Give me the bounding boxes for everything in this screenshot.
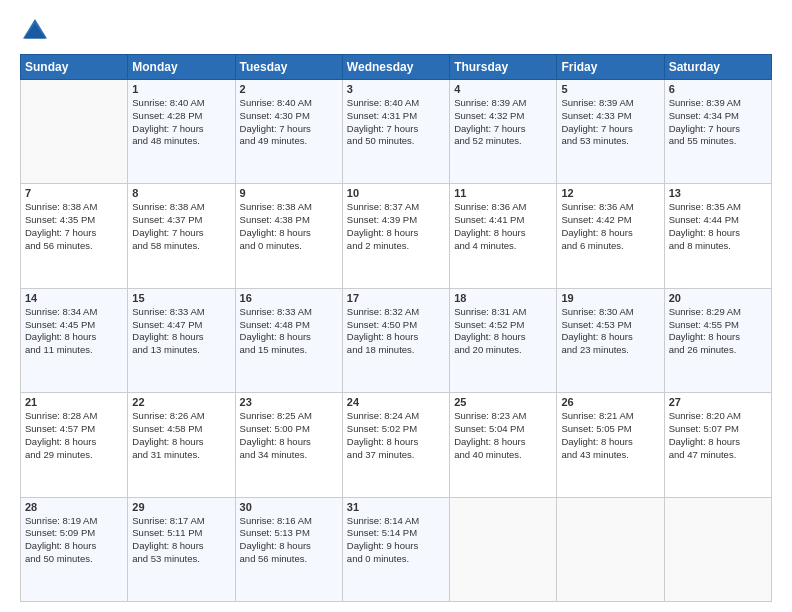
day-number: 6 xyxy=(669,83,767,95)
calendar-day-header: Sunday xyxy=(21,55,128,80)
calendar-cell xyxy=(664,497,771,601)
day-info: Sunrise: 8:36 AM Sunset: 4:41 PM Dayligh… xyxy=(454,201,552,252)
day-number: 23 xyxy=(240,396,338,408)
day-info: Sunrise: 8:38 AM Sunset: 4:37 PM Dayligh… xyxy=(132,201,230,252)
calendar-cell: 6Sunrise: 8:39 AM Sunset: 4:34 PM Daylig… xyxy=(664,80,771,184)
calendar-cell: 15Sunrise: 8:33 AM Sunset: 4:47 PM Dayli… xyxy=(128,288,235,392)
day-info: Sunrise: 8:40 AM Sunset: 4:30 PM Dayligh… xyxy=(240,97,338,148)
calendar-cell: 2Sunrise: 8:40 AM Sunset: 4:30 PM Daylig… xyxy=(235,80,342,184)
calendar-cell: 19Sunrise: 8:30 AM Sunset: 4:53 PM Dayli… xyxy=(557,288,664,392)
day-number: 22 xyxy=(132,396,230,408)
day-info: Sunrise: 8:31 AM Sunset: 4:52 PM Dayligh… xyxy=(454,306,552,357)
calendar-cell: 26Sunrise: 8:21 AM Sunset: 5:05 PM Dayli… xyxy=(557,393,664,497)
calendar-cell: 5Sunrise: 8:39 AM Sunset: 4:33 PM Daylig… xyxy=(557,80,664,184)
day-info: Sunrise: 8:19 AM Sunset: 5:09 PM Dayligh… xyxy=(25,515,123,566)
day-number: 30 xyxy=(240,501,338,513)
day-info: Sunrise: 8:16 AM Sunset: 5:13 PM Dayligh… xyxy=(240,515,338,566)
day-info: Sunrise: 8:30 AM Sunset: 4:53 PM Dayligh… xyxy=(561,306,659,357)
calendar-table: SundayMondayTuesdayWednesdayThursdayFrid… xyxy=(20,54,772,602)
calendar-cell: 20Sunrise: 8:29 AM Sunset: 4:55 PM Dayli… xyxy=(664,288,771,392)
calendar-cell: 22Sunrise: 8:26 AM Sunset: 4:58 PM Dayli… xyxy=(128,393,235,497)
day-info: Sunrise: 8:39 AM Sunset: 4:33 PM Dayligh… xyxy=(561,97,659,148)
day-number: 25 xyxy=(454,396,552,408)
day-number: 3 xyxy=(347,83,445,95)
calendar-cell: 4Sunrise: 8:39 AM Sunset: 4:32 PM Daylig… xyxy=(450,80,557,184)
calendar-week-row: 1Sunrise: 8:40 AM Sunset: 4:28 PM Daylig… xyxy=(21,80,772,184)
calendar-cell: 28Sunrise: 8:19 AM Sunset: 5:09 PM Dayli… xyxy=(21,497,128,601)
day-number: 13 xyxy=(669,187,767,199)
calendar-cell: 1Sunrise: 8:40 AM Sunset: 4:28 PM Daylig… xyxy=(128,80,235,184)
calendar-cell: 10Sunrise: 8:37 AM Sunset: 4:39 PM Dayli… xyxy=(342,184,449,288)
calendar-cell: 30Sunrise: 8:16 AM Sunset: 5:13 PM Dayli… xyxy=(235,497,342,601)
calendar-cell: 13Sunrise: 8:35 AM Sunset: 4:44 PM Dayli… xyxy=(664,184,771,288)
day-number: 12 xyxy=(561,187,659,199)
calendar-cell: 14Sunrise: 8:34 AM Sunset: 4:45 PM Dayli… xyxy=(21,288,128,392)
calendar-cell: 27Sunrise: 8:20 AM Sunset: 5:07 PM Dayli… xyxy=(664,393,771,497)
day-info: Sunrise: 8:20 AM Sunset: 5:07 PM Dayligh… xyxy=(669,410,767,461)
calendar-day-header: Monday xyxy=(128,55,235,80)
day-info: Sunrise: 8:26 AM Sunset: 4:58 PM Dayligh… xyxy=(132,410,230,461)
day-info: Sunrise: 8:38 AM Sunset: 4:38 PM Dayligh… xyxy=(240,201,338,252)
calendar-cell xyxy=(450,497,557,601)
calendar-cell: 8Sunrise: 8:38 AM Sunset: 4:37 PM Daylig… xyxy=(128,184,235,288)
day-info: Sunrise: 8:40 AM Sunset: 4:31 PM Dayligh… xyxy=(347,97,445,148)
day-info: Sunrise: 8:33 AM Sunset: 4:47 PM Dayligh… xyxy=(132,306,230,357)
day-number: 19 xyxy=(561,292,659,304)
day-info: Sunrise: 8:35 AM Sunset: 4:44 PM Dayligh… xyxy=(669,201,767,252)
calendar-day-header: Saturday xyxy=(664,55,771,80)
day-info: Sunrise: 8:17 AM Sunset: 5:11 PM Dayligh… xyxy=(132,515,230,566)
calendar-cell: 21Sunrise: 8:28 AM Sunset: 4:57 PM Dayli… xyxy=(21,393,128,497)
day-info: Sunrise: 8:40 AM Sunset: 4:28 PM Dayligh… xyxy=(132,97,230,148)
day-number: 31 xyxy=(347,501,445,513)
calendar-cell: 17Sunrise: 8:32 AM Sunset: 4:50 PM Dayli… xyxy=(342,288,449,392)
day-number: 21 xyxy=(25,396,123,408)
calendar-cell: 18Sunrise: 8:31 AM Sunset: 4:52 PM Dayli… xyxy=(450,288,557,392)
day-info: Sunrise: 8:39 AM Sunset: 4:34 PM Dayligh… xyxy=(669,97,767,148)
day-number: 24 xyxy=(347,396,445,408)
day-number: 5 xyxy=(561,83,659,95)
calendar-week-row: 7Sunrise: 8:38 AM Sunset: 4:35 PM Daylig… xyxy=(21,184,772,288)
calendar-cell: 29Sunrise: 8:17 AM Sunset: 5:11 PM Dayli… xyxy=(128,497,235,601)
day-info: Sunrise: 8:21 AM Sunset: 5:05 PM Dayligh… xyxy=(561,410,659,461)
logo-icon xyxy=(20,16,50,46)
day-number: 16 xyxy=(240,292,338,304)
day-number: 7 xyxy=(25,187,123,199)
day-info: Sunrise: 8:14 AM Sunset: 5:14 PM Dayligh… xyxy=(347,515,445,566)
day-info: Sunrise: 8:33 AM Sunset: 4:48 PM Dayligh… xyxy=(240,306,338,357)
calendar-cell: 24Sunrise: 8:24 AM Sunset: 5:02 PM Dayli… xyxy=(342,393,449,497)
day-info: Sunrise: 8:29 AM Sunset: 4:55 PM Dayligh… xyxy=(669,306,767,357)
day-number: 18 xyxy=(454,292,552,304)
day-info: Sunrise: 8:34 AM Sunset: 4:45 PM Dayligh… xyxy=(25,306,123,357)
day-number: 14 xyxy=(25,292,123,304)
day-number: 26 xyxy=(561,396,659,408)
day-info: Sunrise: 8:24 AM Sunset: 5:02 PM Dayligh… xyxy=(347,410,445,461)
logo xyxy=(20,16,54,46)
day-number: 8 xyxy=(132,187,230,199)
day-info: Sunrise: 8:25 AM Sunset: 5:00 PM Dayligh… xyxy=(240,410,338,461)
day-number: 28 xyxy=(25,501,123,513)
calendar-cell: 31Sunrise: 8:14 AM Sunset: 5:14 PM Dayli… xyxy=(342,497,449,601)
calendar-day-header: Friday xyxy=(557,55,664,80)
day-number: 27 xyxy=(669,396,767,408)
calendar-cell: 9Sunrise: 8:38 AM Sunset: 4:38 PM Daylig… xyxy=(235,184,342,288)
calendar-day-header: Wednesday xyxy=(342,55,449,80)
calendar-header-row: SundayMondayTuesdayWednesdayThursdayFrid… xyxy=(21,55,772,80)
calendar-week-row: 28Sunrise: 8:19 AM Sunset: 5:09 PM Dayli… xyxy=(21,497,772,601)
day-number: 29 xyxy=(132,501,230,513)
day-number: 11 xyxy=(454,187,552,199)
day-info: Sunrise: 8:38 AM Sunset: 4:35 PM Dayligh… xyxy=(25,201,123,252)
day-number: 10 xyxy=(347,187,445,199)
header xyxy=(20,16,772,46)
calendar-day-header: Tuesday xyxy=(235,55,342,80)
day-number: 9 xyxy=(240,187,338,199)
day-number: 20 xyxy=(669,292,767,304)
day-info: Sunrise: 8:37 AM Sunset: 4:39 PM Dayligh… xyxy=(347,201,445,252)
calendar-week-row: 21Sunrise: 8:28 AM Sunset: 4:57 PM Dayli… xyxy=(21,393,772,497)
calendar-cell xyxy=(557,497,664,601)
calendar-cell: 12Sunrise: 8:36 AM Sunset: 4:42 PM Dayli… xyxy=(557,184,664,288)
day-info: Sunrise: 8:39 AM Sunset: 4:32 PM Dayligh… xyxy=(454,97,552,148)
day-number: 4 xyxy=(454,83,552,95)
day-info: Sunrise: 8:36 AM Sunset: 4:42 PM Dayligh… xyxy=(561,201,659,252)
day-number: 17 xyxy=(347,292,445,304)
calendar-week-row: 14Sunrise: 8:34 AM Sunset: 4:45 PM Dayli… xyxy=(21,288,772,392)
